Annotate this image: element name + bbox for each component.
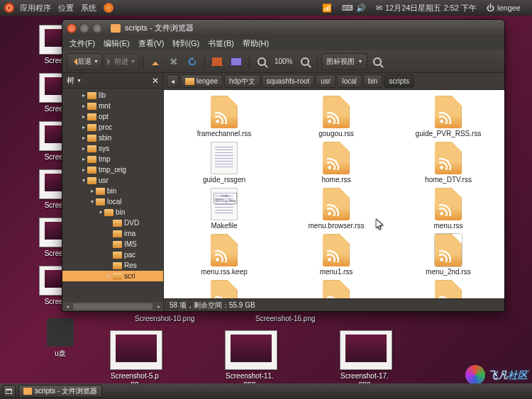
show-desktop-button[interactable]: 🗔 (3, 385, 16, 398)
titlebar[interactable]: scripts - 文件浏览器 (62, 20, 504, 36)
path-segment[interactable]: local (337, 74, 362, 88)
tree-node[interactable]: usr (62, 175, 163, 186)
menu-item[interactable]: 文件(F) (65, 37, 99, 50)
tree-twisty-icon[interactable] (79, 134, 87, 142)
path-segment[interactable]: scripts (384, 74, 414, 88)
tree-twisty-icon[interactable] (79, 155, 87, 163)
reload-button[interactable] (184, 53, 201, 70)
tree-twisty-icon[interactable] (79, 145, 87, 152)
tree-node[interactable]: local (62, 196, 163, 207)
tree-node[interactable]: bin (62, 207, 163, 218)
close-button[interactable] (67, 23, 77, 33)
file-item[interactable]: gougou.rss (283, 96, 389, 137)
path-segment[interactable]: lengee (180, 74, 223, 88)
file-item[interactable]: menu.browser.rss (283, 188, 389, 230)
menu-item[interactable]: 帮助(H) (238, 37, 273, 50)
tree-node[interactable]: tmp (62, 154, 163, 164)
tree-twisty-icon[interactable] (105, 230, 113, 237)
file-item[interactable]: inclu RSS·g ifeqMakefile (171, 188, 277, 230)
path-segment[interactable]: bin (363, 74, 382, 88)
sidebar-h-scrollbar[interactable]: ◂▸ (62, 302, 163, 311)
tree-node[interactable]: scri (62, 271, 163, 281)
tree-twisty-icon[interactable] (79, 91, 87, 99)
tree-twisty-icon[interactable] (79, 102, 87, 110)
file-item[interactable]: menu_2nd.rss (395, 234, 501, 276)
tree-twisty-icon[interactable] (96, 208, 104, 216)
desktop-screenshot[interactable]: Screenshot-5.png (110, 330, 160, 388)
desktop-screenshot[interactable]: Screenshot-11.png (225, 330, 275, 388)
search-button[interactable] (369, 53, 386, 70)
mail-icon[interactable]: ✉ (376, 4, 382, 13)
back-button[interactable]: 后退▼ (67, 53, 102, 70)
clock[interactable]: 12月24日星期五 2:52 下午 (385, 3, 477, 13)
shutdown-icon[interactable]: ⏻ (487, 4, 494, 12)
maximize-button[interactable] (92, 23, 102, 33)
user-menu[interactable]: lengee (497, 4, 521, 12)
tree-node[interactable]: sbin (62, 133, 163, 143)
menu-item[interactable]: 查看(V) (134, 37, 169, 50)
file-item[interactable]: menu.rss (395, 188, 501, 230)
taskbar-item-nautilus[interactable]: scripts - 文件浏览器 (18, 385, 102, 398)
tree-twisty-icon[interactable] (79, 113, 87, 120)
path-segment[interactable]: squashfs-root (262, 74, 315, 88)
tree-node[interactable]: lib (62, 90, 163, 101)
file-item[interactable]: menu_lge.rss (171, 280, 277, 298)
file-item[interactable]: guide_rssgen (171, 142, 277, 184)
tree-node[interactable]: tmp_orig (62, 164, 163, 175)
tree-node[interactable]: mnt (62, 101, 163, 111)
ubuntu-logo-icon[interactable] (4, 3, 14, 13)
sidebar-mode[interactable]: 树 (67, 75, 74, 86)
firefox-icon[interactable] (104, 3, 113, 13)
volume-icon[interactable]: 🔊 (356, 4, 366, 13)
menu-item[interactable]: 编辑(E) (99, 37, 134, 50)
menu-places[interactable]: 位置 (58, 3, 74, 13)
desktop-screenshot[interactable]: Screenshot-17.png (340, 330, 389, 388)
tree-node[interactable]: opt (62, 111, 163, 122)
view-mode-selector[interactable]: 图标视图▼ (321, 53, 367, 70)
tree-node[interactable]: Res (62, 260, 163, 271)
path-scroll-left[interactable]: ◂ (167, 74, 179, 88)
keyboard-icon[interactable]: ⌨ (342, 4, 353, 13)
tree-twisty-icon[interactable] (88, 187, 96, 195)
tree-twisty-icon[interactable] (88, 198, 96, 206)
tree-twisty-icon[interactable] (79, 123, 87, 131)
path-segment[interactable]: usr (316, 74, 336, 88)
file-item[interactable]: home_DTV.rss (395, 142, 501, 184)
tree-node[interactable]: proc (62, 122, 163, 133)
computer-button[interactable] (227, 53, 245, 70)
tree-twisty-icon[interactable] (105, 219, 113, 227)
tree-node[interactable]: sys (62, 143, 163, 154)
home-button[interactable] (209, 53, 226, 70)
tree-twisty-icon[interactable] (105, 262, 113, 269)
tree-twisty-icon[interactable] (79, 166, 87, 174)
up-button[interactable] (147, 53, 164, 70)
tree-node[interactable]: IMS (62, 239, 163, 249)
minimize-button[interactable] (79, 23, 89, 33)
file-item[interactable]: news.rss (395, 280, 501, 298)
tree-twisty-icon[interactable] (105, 272, 113, 280)
zoom-in-button[interactable] (297, 53, 314, 70)
file-item[interactable]: home.rss (283, 142, 389, 184)
chevron-down-icon[interactable]: ▼ (77, 78, 82, 83)
menu-applications[interactable]: 应用程序 (20, 3, 51, 13)
tree-twisty-icon[interactable] (105, 240, 113, 248)
menu-item[interactable]: 书签(B) (204, 37, 238, 50)
tree-twisty-icon[interactable] (79, 176, 87, 184)
tree-node[interactable]: DVD (62, 218, 163, 228)
icon-view[interactable]: framechannel.rssgougou.rssguide_PVR_RSS.… (164, 90, 504, 298)
folder-tree[interactable]: libmntoptprocsbinsystmptmp_origusrbinloc… (62, 89, 163, 302)
menu-item[interactable]: 转到(G) (168, 37, 204, 50)
network-icon[interactable]: 📶 (322, 4, 332, 13)
tree-node[interactable]: bin (62, 186, 163, 196)
menu-system[interactable]: 系统 (81, 3, 96, 13)
tree-node[interactable]: ima (62, 228, 163, 239)
zoom-out-button[interactable] (253, 53, 270, 70)
file-item[interactable]: guide_PVR_RSS.rss (395, 96, 501, 137)
file-item[interactable]: menu.rss.keep (171, 234, 277, 276)
tree-twisty-icon[interactable] (105, 251, 113, 259)
file-item[interactable]: framechannel.rss (171, 96, 277, 137)
file-item[interactable]: menu1.rss (283, 234, 389, 276)
file-item[interactable]: menu_ori.rss (283, 280, 389, 298)
desktop-usb-drive[interactable]: u盘 (35, 318, 85, 359)
tree-node[interactable]: pac (62, 249, 163, 260)
